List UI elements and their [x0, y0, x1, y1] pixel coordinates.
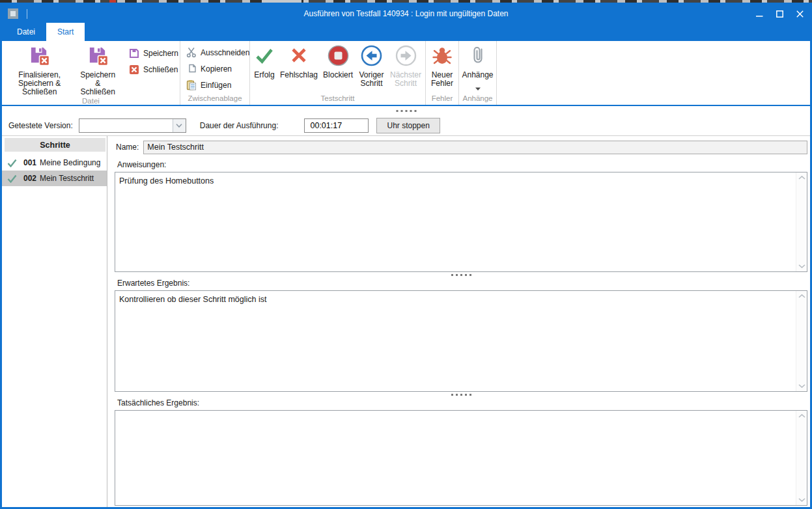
step-item-002[interactable]: 002 Mein Testschritt: [2, 171, 107, 186]
step-item-001[interactable]: 001 Meine Bedingung: [2, 155, 107, 171]
actual-result-textarea[interactable]: [115, 411, 807, 505]
scroll-up-icon: [798, 294, 805, 298]
duration-label: Dauer der Ausführung:: [200, 121, 279, 130]
titlebar: Ausführen von Testfall 140934 : Login mi…: [2, 5, 810, 23]
attachments-dropdown-icon: [475, 84, 481, 92]
bug-icon: [432, 45, 453, 66]
group-label-datei: Datei: [3, 96, 178, 106]
ribbon-splitter-handle[interactable]: [396, 110, 416, 112]
actual-result-field: [115, 410, 807, 506]
maximize-icon: [776, 10, 783, 18]
step-label: Meine Bedingung: [40, 158, 100, 167]
ribbon-group-anhaenge: Anhänge Anhänge: [459, 41, 497, 105]
tab-start[interactable]: Start: [46, 23, 85, 41]
save-close-label: Speichern & Schließen: [78, 71, 117, 96]
tested-version-dropdown-button[interactable]: [173, 119, 186, 132]
expected-result-field: Kontrollieren ob dieser Schritt möglich …: [115, 290, 807, 392]
cut-label: Ausschneiden: [201, 48, 249, 57]
scissors-icon: [186, 47, 197, 59]
expected-result-scrollbar[interactable]: [796, 291, 807, 391]
expected-result-label: Erwartetes Ergebnis:: [117, 279, 807, 288]
step-label: Mein Testschritt: [40, 174, 94, 183]
copy-button[interactable]: Kopieren: [186, 62, 249, 75]
name-input[interactable]: [143, 141, 807, 154]
success-check-icon: [254, 45, 275, 66]
app-icon[interactable]: [8, 8, 18, 19]
scroll-down-icon: [798, 498, 805, 502]
name-label: Name:: [116, 143, 139, 152]
actual-result-label: Tatsächliches Ergebnis:: [117, 398, 807, 407]
group-label-zwischenablage: Zwischenablage: [182, 94, 248, 105]
next-step-button[interactable]: Nächster Schritt: [387, 41, 424, 88]
paperclip-icon: [468, 45, 488, 66]
step-passed-icon: [7, 159, 17, 167]
scroll-down-icon: [798, 264, 805, 268]
instructions-scrollbar[interactable]: [796, 172, 807, 271]
steps-sidebar: Schritte 001 Meine Bedingung 002 Mein Te…: [2, 136, 107, 507]
close-icon: [796, 10, 804, 18]
save-close-icon: [87, 45, 109, 66]
tested-version-input[interactable]: [79, 119, 173, 132]
group-label-testschritt: Testschritt: [251, 94, 424, 105]
save-icon: [128, 48, 140, 59]
tested-version-combobox[interactable]: [79, 118, 186, 133]
cut-button[interactable]: Ausschneiden: [186, 46, 249, 59]
minimize-icon: [756, 10, 763, 18]
ribbon-group-datei: Finalisieren, Speichern & Schließen Spei…: [2, 41, 180, 105]
scroll-up-icon: [798, 176, 805, 180]
close-button[interactable]: [790, 5, 810, 23]
attachments-label: Anhänge: [462, 71, 493, 79]
success-label: Erfolg: [254, 71, 274, 79]
step-number: 001: [23, 158, 36, 167]
save-close-button[interactable]: Speichern & Schließen: [76, 41, 120, 96]
ribbon-group-zwischenablage: Ausschneiden Kopieren Einfügen: [180, 41, 250, 105]
minimize-button[interactable]: [749, 5, 770, 23]
actual-result-scrollbar[interactable]: [796, 411, 807, 505]
expected-result-textarea[interactable]: Kontrollieren ob dieser Schritt möglich …: [115, 291, 807, 391]
success-button[interactable]: Erfolg: [251, 41, 277, 79]
steps-header: Schritte: [5, 138, 105, 152]
previous-step-icon: [361, 45, 382, 66]
ribbon: Finalisieren, Speichern & Schließen Spei…: [2, 41, 810, 106]
blocked-button[interactable]: Blockiert: [320, 41, 356, 79]
new-error-button[interactable]: Neuer Fehler: [427, 41, 457, 88]
maximize-button[interactable]: [770, 5, 790, 23]
content-area: Schritte 001 Meine Bedingung 002 Mein Te…: [2, 136, 810, 507]
blocked-stop-icon: [328, 45, 349, 66]
group-label-fehler: Fehler: [427, 94, 457, 105]
instructions-field: Prüfung des Homebuttons: [115, 172, 807, 272]
stop-clock-button[interactable]: Uhr stoppen: [376, 118, 440, 133]
ribbon-tab-row: Datei Start: [2, 23, 810, 41]
ribbon-group-testschritt: Erfolg Fehlschlag Blockiert: [250, 41, 426, 105]
instructions-splitter-handle[interactable]: [115, 274, 807, 276]
tested-version-label: Getestete Version:: [8, 121, 73, 130]
tab-datei[interactable]: Datei: [6, 23, 46, 41]
testcase-execution-window: Ausführen von Testfall 140934 : Login mi…: [0, 3, 812, 509]
expected-result-splitter-handle[interactable]: [115, 394, 807, 396]
copy-label: Kopieren: [201, 64, 232, 74]
duration-input[interactable]: [304, 118, 369, 133]
window-title: Ausführen von Testfall 140934 : Login mi…: [80, 9, 732, 18]
step-number: 002: [23, 174, 36, 183]
fail-label: Fehlschlag: [280, 71, 318, 79]
save-close-icon: [29, 45, 50, 66]
instructions-textarea[interactable]: Prüfung des Homebuttons: [115, 172, 807, 271]
paste-label: Einfügen: [201, 81, 231, 90]
next-step-label: Nächster Schritt: [390, 71, 421, 88]
save-label: Speichern: [143, 49, 178, 58]
fail-button[interactable]: Fehlschlag: [277, 41, 320, 79]
attachments-button[interactable]: Anhänge: [459, 41, 496, 92]
execution-toolbar: Getestete Version: Dauer der Ausführung:…: [2, 106, 810, 136]
save-button[interactable]: Speichern: [128, 47, 178, 59]
step-detail-panel: Name: Anweisungen: Prüfung des Homebutto…: [107, 136, 810, 507]
chevron-down-icon: [176, 124, 182, 128]
paste-icon: [186, 79, 197, 91]
close-file-button[interactable]: Schließen: [128, 63, 178, 76]
group-label-anhaenge: Anhänge: [460, 94, 495, 105]
finalize-save-close-button[interactable]: Finalisieren, Speichern & Schließen: [3, 41, 76, 96]
copy-icon: [186, 63, 197, 75]
ribbon-group-fehler: Neuer Fehler Fehler: [426, 41, 459, 105]
paste-button[interactable]: Einfügen: [186, 79, 249, 91]
instructions-label: Anweisungen:: [117, 160, 807, 169]
previous-step-button[interactable]: Voriger Schritt: [356, 41, 387, 88]
